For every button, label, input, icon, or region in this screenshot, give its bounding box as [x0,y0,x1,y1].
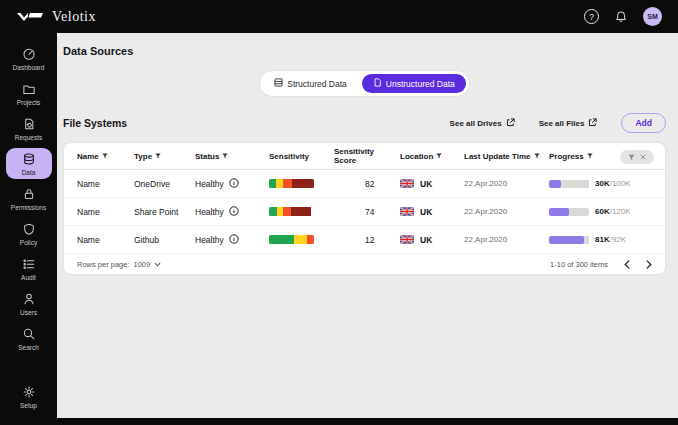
sidebar-item-label: Search [18,344,39,351]
structured-grid-icon [274,78,283,89]
search-icon [22,327,36,342]
cell-status: Healthy [195,206,257,218]
progress-done: 30K [595,179,610,188]
filter-icon [102,153,108,159]
table-header-row: Name Type Status Sensitivity Sensitivity… [64,143,665,170]
rows-per-page-select[interactable]: Rows per page: 1009 [77,260,161,269]
sidebar-item-requests[interactable]: Requests [6,113,52,144]
filter-icon [222,153,228,159]
chevron-left-icon [624,260,630,269]
sensitivity-segment [269,235,294,244]
sidebar-item-permissions[interactable]: Permissions [6,183,52,214]
see-all-files-link[interactable]: See all Files [539,118,598,129]
sidebar-item-label: Setup [20,402,37,409]
see-all-drives-link[interactable]: See all Drives [450,118,515,129]
progress-fill [549,208,569,216]
previous-page-button[interactable] [624,260,630,269]
column-header-type[interactable]: Type [134,152,195,161]
cell-location: UK [393,179,457,189]
cell-progress: 60K/120K [541,207,652,216]
sensitivity-bar [269,235,314,244]
sidebar-item-label: Permissions [11,204,46,211]
status-text: Healthy [195,235,224,245]
chevron-right-icon [646,260,652,269]
column-label: Type [134,152,152,161]
location-label: UK [420,235,432,245]
sensitivity-segment [294,235,307,244]
sidebar: Dashboard Projects Requests Data Permiss… [0,33,57,418]
close-icon [640,154,646,160]
progress-text: 30K/100K [595,179,631,188]
link-label: See all Drives [450,119,502,128]
cell-progress: 30K/100K [541,179,652,188]
help-glyph: ? [589,12,594,22]
sidebar-item-projects[interactable]: Projects [6,78,52,109]
uk-flag-icon [400,235,414,244]
info-icon[interactable] [229,178,239,190]
file-systems-table: Name Type Status Sensitivity Sensitivity… [63,142,666,275]
column-header-location[interactable]: Location [393,152,457,161]
cell-progress: 81K/92K [541,235,652,244]
location-label: UK [420,179,432,189]
sidebar-item-dashboard[interactable]: Dashboard [6,43,52,74]
toggle-label: Structured Data [287,79,347,89]
column-label: Name [77,152,99,161]
table-row[interactable]: Name OneDrive Healthy 82 UK 22.Apr.2020 [64,170,665,198]
topbar: Velotix ? SM [0,0,678,33]
column-header-sensitivity-score: Sensitivity Score [327,147,393,165]
column-label: Location [400,152,433,161]
status-text: Healthy [195,179,224,189]
cell-name: Name [77,235,134,245]
sensitivity-segment [292,179,314,188]
help-icon[interactable]: ? [584,9,599,24]
cell-last-update: 22.Apr.2020 [457,235,541,244]
table-footer: Rows per page: 1009 1-10 of 300 items [64,254,665,274]
sidebar-item-users[interactable]: Users [6,288,52,319]
column-label: Status [195,152,219,161]
sidebar-item-search[interactable]: Search [6,323,52,354]
sidebar-item-policy[interactable]: Policy [6,218,52,249]
column-header-last-update-time[interactable]: Last Update Time [457,152,541,161]
cell-status: Healthy [195,234,257,246]
avatar-initials: SM [647,13,658,20]
unstructured-data-toggle[interactable]: Unstructured Data [362,74,466,93]
audit-list-icon [22,257,36,272]
sensitivity-bar [269,179,314,188]
filter-icon [587,153,593,159]
notifications-bell-icon[interactable] [614,10,628,24]
sidebar-item-setup[interactable]: Setup [6,381,52,412]
cell-last-update: 22.Apr.2020 [457,179,541,188]
avatar[interactable]: SM [643,7,662,26]
progress-total: /92K [610,235,626,244]
shield-icon [22,222,36,237]
clear-filters-badge[interactable] [620,150,654,164]
info-icon[interactable] [229,206,239,218]
table-row[interactable]: Name Github Healthy 12 UK 22.Apr.2020 [64,226,665,254]
info-icon[interactable] [229,234,239,246]
progress-bar [549,208,589,216]
next-page-button[interactable] [646,260,652,269]
sensitivity-segment [291,207,310,216]
cell-location: UK [393,235,457,245]
progress-total: /120K [610,207,631,216]
structured-data-toggle[interactable]: Structured Data [263,74,358,93]
column-header-status[interactable]: Status [195,152,257,161]
lock-icon [22,187,36,202]
add-button[interactable]: Add [621,113,666,133]
column-header-sensitivity: Sensitivity [257,152,327,161]
progress-done: 81K [595,235,610,244]
sidebar-item-audit[interactable]: Audit [6,253,52,284]
sensitivity-segment [307,235,314,244]
progress-bar [549,236,589,244]
column-header-name[interactable]: Name [77,152,134,161]
cell-type: Github [134,235,195,245]
progress-text: 60K/120K [595,207,631,216]
rows-per-page-value: 1009 [134,260,151,269]
sidebar-item-label: Projects [17,99,40,106]
sidebar-item-data[interactable]: Data [6,148,52,179]
cell-sensitivity-score: 74 [327,207,393,217]
progress-text: 81K/92K [595,235,626,244]
filter-icon [534,153,540,159]
table-row[interactable]: Name Share Point Healthy 74 UK 22.Apr.20… [64,198,665,226]
cell-name: Name [77,179,134,189]
